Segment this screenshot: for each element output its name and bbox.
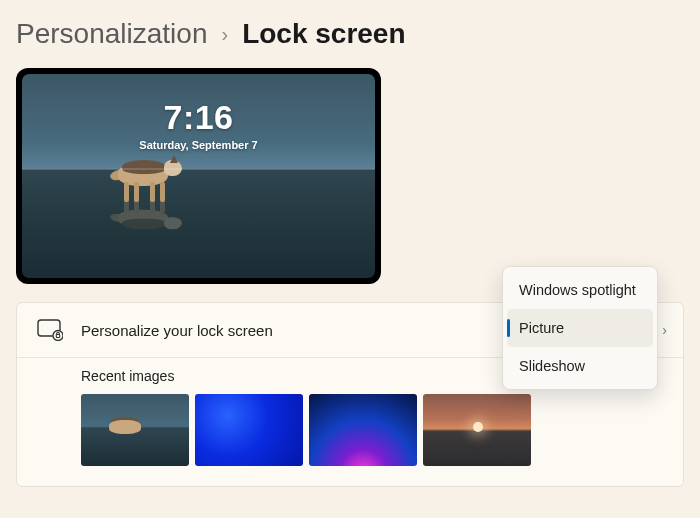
dropdown-option-slideshow[interactable]: Slideshow [507, 347, 653, 385]
lockscreen-icon [37, 319, 63, 341]
recent-image-thumb[interactable] [423, 394, 531, 466]
recent-images-thumbs [81, 394, 663, 466]
dropdown-option-windows-spotlight[interactable]: Windows spotlight [507, 271, 653, 309]
wallpaper-wolf [110, 150, 190, 202]
chevron-right-icon: › [221, 23, 228, 46]
breadcrumb-parent[interactable]: Personalization [16, 18, 207, 50]
lockscreen-clock: 7:16 Saturday, September 7 [22, 98, 375, 151]
chevron-right-icon: › [662, 322, 667, 338]
breadcrumb: Personalization › Lock screen [0, 0, 700, 62]
lockscreen-preview-image: 7:16 Saturday, September 7 [22, 74, 375, 278]
lockscreen-date: Saturday, September 7 [22, 139, 375, 151]
page-title: Lock screen [242, 18, 405, 50]
personalize-lockscreen-label: Personalize your lock screen [81, 322, 273, 339]
lockscreen-preview: 7:16 Saturday, September 7 [16, 68, 381, 284]
recent-image-thumb[interactable] [309, 394, 417, 466]
recent-image-thumb[interactable] [195, 394, 303, 466]
wallpaper-wolf-reflection [110, 205, 190, 237]
lockscreen-time: 7:16 [22, 98, 375, 137]
dropdown-option-picture[interactable]: Picture [507, 309, 653, 347]
recent-image-thumb[interactable] [81, 394, 189, 466]
background-type-dropdown[interactable]: Windows spotlight Picture Slideshow [502, 266, 658, 390]
